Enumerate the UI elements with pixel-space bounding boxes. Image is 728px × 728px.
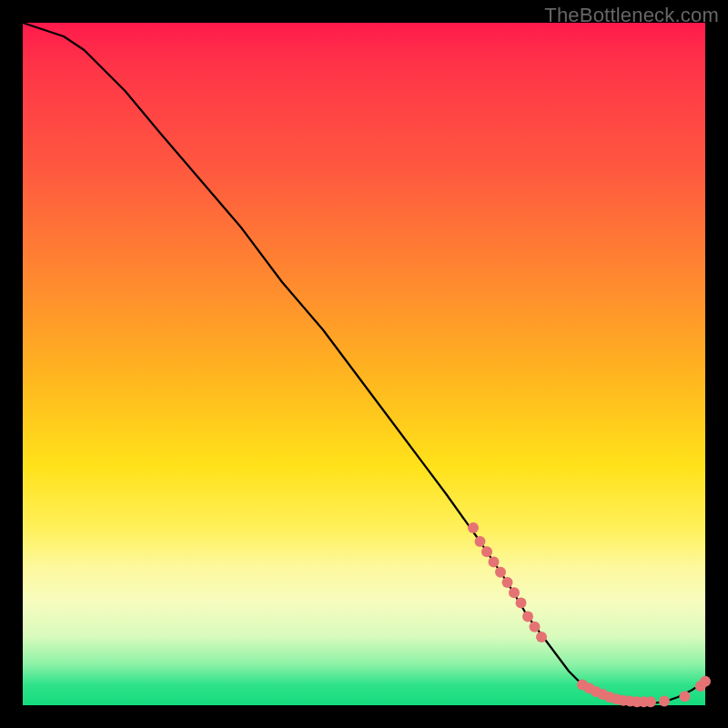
data-point [536,632,547,642]
watermark-text: TheBottleneck.com [544,4,719,27]
highlighted-points [468,522,711,707]
data-point [645,696,656,707]
data-point [700,676,711,687]
data-point [509,587,520,598]
data-point [495,567,506,578]
data-point [468,522,479,533]
plot-area [23,23,705,705]
data-point [502,577,513,588]
data-point [516,598,527,609]
bottleneck-curve [23,23,705,703]
data-point [489,557,500,568]
data-point [530,622,541,632]
data-point [481,546,492,557]
curve-svg [23,23,705,705]
data-point [475,536,486,547]
chart-frame: TheBottleneck.com [0,0,728,728]
data-point [680,691,691,702]
data-point [522,612,533,622]
data-point [659,696,670,707]
